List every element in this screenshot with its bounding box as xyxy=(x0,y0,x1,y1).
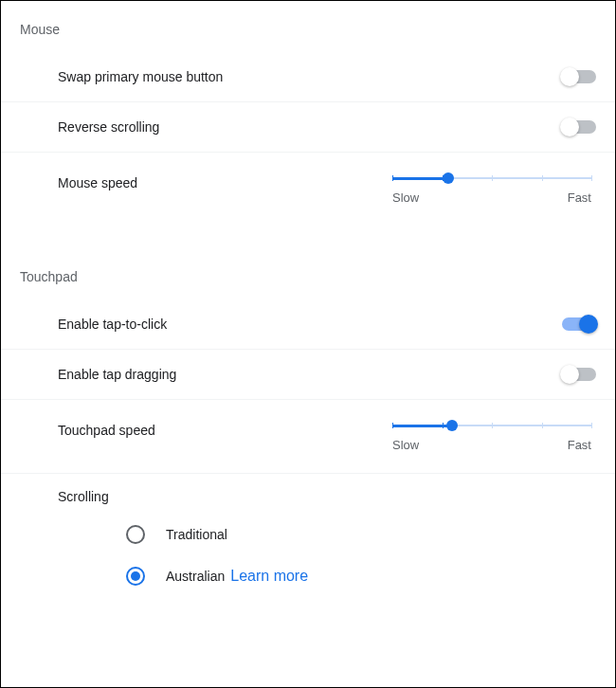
scrolling-traditional-label: Traditional xyxy=(166,527,227,542)
slow-label: Slow xyxy=(392,438,419,452)
scrolling-traditional-radio[interactable] xyxy=(126,525,145,544)
slider-track-fill xyxy=(392,425,452,427)
toggle-knob xyxy=(579,315,598,334)
touchpad-speed-label: Touchpad speed xyxy=(58,419,155,438)
toggle-knob xyxy=(560,365,579,384)
slider-thumb[interactable] xyxy=(446,420,458,431)
scrolling-australian-radio[interactable] xyxy=(126,567,145,586)
swap-primary-mouse-row: Swap primary mouse button xyxy=(1,52,615,102)
mouse-speed-slider-labels: Slow Fast xyxy=(392,190,591,205)
touchpad-speed-slider-block: Slow Fast xyxy=(392,419,596,452)
tap-dragging-toggle[interactable] xyxy=(562,368,596,381)
touchpad-speed-slider-labels: Slow Fast xyxy=(392,438,591,452)
tap-to-click-label: Enable tap-to-click xyxy=(58,317,167,332)
mouse-speed-row: Mouse speed Slow Fast xyxy=(1,153,615,226)
swap-primary-mouse-label: Swap primary mouse button xyxy=(58,69,223,84)
mouse-speed-label: Mouse speed xyxy=(58,172,137,190)
tap-dragging-label: Enable tap dragging xyxy=(58,367,176,382)
tap-to-click-row: Enable tap-to-click xyxy=(1,299,615,350)
mouse-speed-slider-block: Slow Fast xyxy=(392,172,596,205)
slow-label: Slow xyxy=(392,190,419,205)
touchpad-section-header: Touchpad xyxy=(1,265,615,299)
reverse-scrolling-label: Reverse scrolling xyxy=(58,119,159,135)
slider-track-fill xyxy=(392,177,448,180)
toggle-knob xyxy=(560,118,579,136)
scrolling-australian-row[interactable]: Australian Learn more xyxy=(1,555,615,597)
learn-more-link[interactable]: Learn more xyxy=(230,568,308,585)
scrolling-australian-label: Australian xyxy=(166,569,225,584)
touchpad-speed-row: Touchpad speed Slow Fast xyxy=(1,400,615,474)
reverse-scrolling-toggle[interactable] xyxy=(562,120,596,134)
swap-primary-mouse-toggle[interactable] xyxy=(562,70,596,83)
scrolling-label: Scrolling xyxy=(1,474,615,514)
scrolling-traditional-row[interactable]: Traditional xyxy=(1,514,615,555)
mouse-section-header: Mouse xyxy=(1,18,615,52)
tap-to-click-toggle[interactable] xyxy=(562,317,596,331)
tap-dragging-row: Enable tap dragging xyxy=(1,350,615,400)
fast-label: Fast xyxy=(568,190,591,205)
toggle-knob xyxy=(560,67,579,86)
fast-label: Fast xyxy=(568,438,591,452)
touchpad-speed-slider[interactable] xyxy=(392,419,591,432)
slider-thumb[interactable] xyxy=(443,172,454,184)
mouse-speed-slider[interactable] xyxy=(392,172,591,185)
reverse-scrolling-row: Reverse scrolling xyxy=(1,102,615,153)
